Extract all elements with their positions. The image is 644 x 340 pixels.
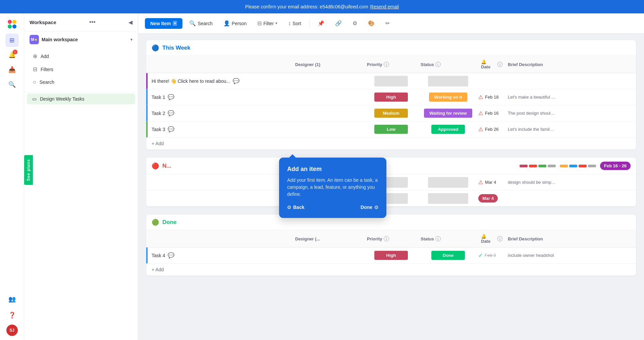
table-row: Task 1 💬 High Working on it ⚠ Feb 18 Let…: [146, 89, 636, 105]
col-headers-this-week: Designer (1) Priority i Status i 🔔 Date …: [146, 56, 636, 73]
comment-icon[interactable]: 💬: [168, 252, 174, 259]
sidebar-add-action[interactable]: ⊕ Add: [30, 50, 132, 62]
task-name-cell: Task 2 💬: [152, 110, 292, 116]
priority-cell: High: [364, 251, 418, 260]
workspace-selector[interactable]: M 🏠 Main workspace ▾: [24, 32, 138, 48]
status-badge: Done: [431, 251, 465, 260]
group-this-week: 🔵 This Week Designer (1) Priority i Stat…: [146, 40, 636, 150]
task-name: Task 4: [152, 253, 165, 258]
add-row-this-week[interactable]: + Add: [146, 137, 636, 150]
done-button[interactable]: Done ⊙: [361, 205, 378, 210]
sidebar-more-icon[interactable]: •••: [89, 19, 96, 26]
add-row-done[interactable]: + Add: [146, 264, 636, 276]
priority-cell: Low: [364, 125, 418, 134]
search-button[interactable]: 🔍 Search: [185, 18, 216, 29]
paint-button[interactable]: 🎨: [364, 18, 379, 29]
brief-cell: design should be simple and concise: [505, 177, 559, 187]
comment-icon[interactable]: 💬: [168, 94, 174, 100]
group-collapse-this-week[interactable]: 🔵: [152, 44, 159, 52]
tooltip-body: Add your first item. An item can be a ta…: [287, 177, 378, 198]
add-item-tooltip: Add an item Add your first item. An item…: [279, 158, 386, 218]
comment-icon[interactable]: 💬: [168, 110, 174, 116]
new-item-button[interactable]: New Item ▾: [145, 18, 182, 29]
filter-toolbar-icon: ⊟: [257, 20, 262, 26]
edit-button[interactable]: ✏: [381, 18, 394, 29]
help-icon[interactable]: ❓: [5, 308, 19, 322]
group-collapse-next-week[interactable]: 🔴: [152, 162, 159, 170]
task-name-cell: Hi there! 👋 Click here to read abou... 💬: [152, 78, 292, 84]
date-alert-icon: ⚠: [478, 126, 483, 132]
svg-point-3: [12, 24, 16, 29]
status-badge: Waiting for review: [424, 109, 472, 118]
table-row: Task 4 💬 High Done ✓ Feb 3 include owner: [146, 247, 636, 264]
tooltip-actions: ⊙ Back Done ⊙: [287, 205, 378, 210]
date-cell: ⚠ Mar 4: [478, 179, 505, 185]
task-name-cell: Task 4 💬: [152, 252, 292, 259]
inbox-icon[interactable]: 📥: [5, 63, 19, 76]
status-cell: Working on it: [418, 93, 478, 102]
sidebar-filters-action[interactable]: ⊟ Filters: [30, 63, 132, 75]
status-cell: [418, 193, 478, 204]
apps-icon[interactable]: ⊞: [5, 34, 19, 47]
workspace-chevron-icon: ▾: [130, 37, 132, 42]
notification-message: Please confirm your email address: e54d8…: [245, 4, 368, 9]
search-icon-sidebar: ○: [33, 79, 36, 85]
task-name-cell: Task 1 💬: [152, 94, 292, 100]
priority-info-icon: i: [384, 62, 389, 67]
people-icon[interactable]: 👥: [5, 292, 19, 306]
group-collapse-done[interactable]: 🟢: [152, 219, 159, 226]
new-item-dropdown-icon[interactable]: ▾: [173, 21, 177, 26]
brief-cell: The post design should have the color pu…: [505, 108, 559, 118]
date-range-badge: Feb 16 - 26: [600, 162, 631, 170]
board-area: 🔵 This Week Designer (1) Priority i Stat…: [138, 34, 644, 340]
date-value: Feb 26: [485, 127, 498, 132]
main-content: New Item ▾ 🔍 Search 👤 Person ⊟ Filter ▾ …: [138, 13, 644, 340]
person-button[interactable]: 👤 Person: [219, 18, 251, 29]
comment-icon[interactable]: 💬: [168, 126, 174, 132]
add-row-done-label: + Add: [152, 267, 164, 272]
date-alert-icon: ⚠: [478, 110, 483, 116]
add-row-label: + Add: [152, 141, 164, 146]
col-brief-done: Brief Description: [505, 230, 559, 247]
sort-button[interactable]: ↕ Sort: [284, 18, 305, 29]
col-priority-done: Priority i: [364, 230, 418, 247]
date-ok-icon: ✓: [478, 252, 483, 259]
back-button[interactable]: ⊙ Back: [287, 205, 304, 210]
sidebar-search-action[interactable]: ○ Search: [30, 76, 132, 88]
brief-cell: Let's include the family dogs in the vid…: [505, 124, 559, 134]
date-value: Feb 3: [485, 253, 496, 258]
status-info-icon: i: [435, 62, 441, 67]
task-name: Task 1: [152, 95, 165, 100]
done-circle-icon: ⊙: [374, 205, 378, 210]
workspace-icon: M 🏠: [30, 35, 39, 44]
see-plans-tab[interactable]: See plans: [24, 155, 33, 185]
icon-rail: ⊞ 🔔 1 📥 🔍 👥 ❓ SJ: [0, 13, 24, 340]
resend-email-link[interactable]: Resend email: [370, 4, 399, 9]
filter-button[interactable]: ⊟ Filter ▾: [253, 18, 281, 29]
logo-icon[interactable]: [5, 17, 19, 31]
sidebar-item-design-weekly[interactable]: ▭ Design Weekly Tasks: [27, 94, 135, 104]
sidebar-collapse-icon[interactable]: ◀: [128, 19, 132, 25]
user-avatar[interactable]: SJ: [6, 325, 18, 336]
notification-icon[interactable]: 🔔 1: [5, 48, 19, 62]
status-cell: Approved: [418, 125, 478, 134]
table-row: ⚠ Mar 4 design should be simple and conc…: [146, 174, 636, 190]
back-circle-icon: ⊙: [287, 205, 291, 210]
link-button[interactable]: 🔗: [331, 18, 346, 29]
priority-cell: [364, 76, 418, 87]
priority-cell: High: [364, 93, 418, 102]
table-row: Hi there! 👋 Click here to read abou... 💬: [146, 73, 636, 89]
pin-button[interactable]: 📌: [314, 18, 328, 29]
filters-label: Filters: [41, 67, 53, 72]
group-title-next-week: N...: [162, 163, 171, 169]
settings-button[interactable]: ⚙: [348, 18, 361, 29]
search-icon[interactable]: 🔍: [5, 78, 19, 91]
status-badge: Working on it: [429, 93, 468, 102]
priority-badge: High: [374, 251, 408, 260]
board-icon: ▭: [32, 96, 37, 102]
group-title-done: Done: [162, 219, 177, 226]
svg-point-0: [8, 20, 12, 24]
pin-icon: 📌: [318, 20, 324, 26]
sidebar: Workspace ••• ◀ M 🏠 Main workspace ▾ ⊕ A…: [24, 13, 138, 340]
comment-icon[interactable]: 💬: [233, 78, 239, 84]
